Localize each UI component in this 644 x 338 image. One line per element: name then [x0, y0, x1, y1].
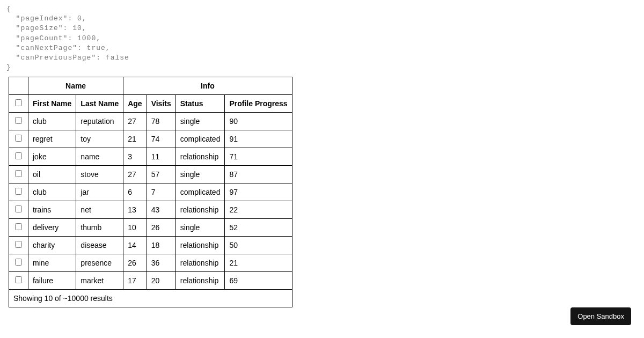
row-checkbox-cell	[9, 201, 28, 219]
header-checkbox-cell	[9, 95, 28, 113]
cell-first-name: club	[28, 113, 76, 130]
cell-first-name: trains	[28, 201, 76, 219]
debug-json-output: { "pageIndex": 0, "pageSize": 10, "pageC…	[0, 0, 644, 77]
cell-status: relationship	[175, 254, 225, 272]
cell-age: 17	[123, 272, 147, 290]
cell-first-name: failure	[28, 272, 76, 290]
cell-last-name: jar	[76, 183, 123, 201]
cell-visits: 26	[147, 219, 175, 237]
cell-age: 27	[123, 166, 147, 183]
header-group-name: Name	[28, 77, 123, 95]
cell-visits: 7	[147, 183, 175, 201]
header-visits[interactable]: Visits	[147, 95, 175, 113]
cell-last-name: toy	[76, 130, 123, 148]
cell-first-name: delivery	[28, 219, 76, 237]
row-checkbox-cell	[9, 148, 28, 166]
table-row: trainsnet1343relationship22	[9, 201, 292, 219]
select-all-checkbox[interactable]	[15, 99, 22, 106]
cell-profile-progress: 91	[225, 130, 292, 148]
row-checkbox[interactable]	[15, 135, 22, 142]
header-first-name[interactable]: First Name	[28, 95, 76, 113]
cell-status: relationship	[175, 148, 225, 166]
cell-age: 3	[123, 148, 147, 166]
cell-last-name: reputation	[76, 113, 123, 130]
row-checkbox-cell	[9, 254, 28, 272]
row-checkbox[interactable]	[15, 152, 22, 159]
cell-profile-progress: 87	[225, 166, 292, 183]
cell-profile-progress: 52	[225, 219, 292, 237]
row-checkbox-cell	[9, 113, 28, 130]
row-checkbox[interactable]	[15, 223, 22, 230]
cell-profile-progress: 69	[225, 272, 292, 290]
cell-profile-progress: 22	[225, 201, 292, 219]
row-checkbox[interactable]	[15, 205, 22, 212]
cell-last-name: presence	[76, 254, 123, 272]
row-checkbox-cell	[9, 237, 28, 254]
cell-visits: 20	[147, 272, 175, 290]
data-table: Name Info First Name Last Name Age Visit…	[9, 77, 292, 307]
table-row: failuremarket1720relationship69	[9, 272, 292, 290]
cell-first-name: oil	[28, 166, 76, 183]
row-checkbox-cell	[9, 166, 28, 183]
cell-visits: 74	[147, 130, 175, 148]
table-row: charitydisease1418relationship50	[9, 237, 292, 254]
cell-visits: 18	[147, 237, 175, 254]
header-last-name[interactable]: Last Name	[76, 95, 123, 113]
cell-age: 14	[123, 237, 147, 254]
cell-visits: 36	[147, 254, 175, 272]
cell-visits: 57	[147, 166, 175, 183]
cell-profile-progress: 97	[225, 183, 292, 201]
cell-status: complicated	[175, 130, 225, 148]
header-status[interactable]: Status	[175, 95, 225, 113]
cell-last-name: market	[76, 272, 123, 290]
cell-first-name: joke	[28, 148, 76, 166]
table-row: deliverythumb1026single52	[9, 219, 292, 237]
cell-profile-progress: 50	[225, 237, 292, 254]
header-age[interactable]: Age	[123, 95, 147, 113]
table-row: regrettoy2174complicated91	[9, 130, 292, 148]
cell-visits: 78	[147, 113, 175, 130]
table-row: clubjar67complicated97	[9, 183, 292, 201]
cell-status: complicated	[175, 183, 225, 201]
cell-first-name: mine	[28, 254, 76, 272]
cell-status: single	[175, 113, 225, 130]
cell-first-name: charity	[28, 237, 76, 254]
row-checkbox-cell	[9, 130, 28, 148]
row-checkbox[interactable]	[15, 117, 22, 124]
cell-status: single	[175, 166, 225, 183]
cell-status: relationship	[175, 237, 225, 254]
cell-status: relationship	[175, 272, 225, 290]
cell-status: single	[175, 219, 225, 237]
cell-status: relationship	[175, 201, 225, 219]
header-group-info: Info	[123, 77, 292, 95]
row-checkbox[interactable]	[15, 170, 22, 177]
row-checkbox[interactable]	[15, 276, 22, 283]
cell-last-name: disease	[76, 237, 123, 254]
cell-age: 21	[123, 130, 147, 148]
cell-first-name: regret	[28, 130, 76, 148]
table-row: clubreputation2778single90	[9, 113, 292, 130]
table-row: jokename311relationship71	[9, 148, 292, 166]
cell-age: 13	[123, 201, 147, 219]
cell-profile-progress: 71	[225, 148, 292, 166]
row-checkbox-cell	[9, 219, 28, 237]
table-row: oilstove2757single87	[9, 166, 292, 183]
table-row: minepresence2636relationship21	[9, 254, 292, 272]
cell-first-name: club	[28, 183, 76, 201]
row-checkbox[interactable]	[15, 259, 22, 266]
header-checkbox-group	[9, 77, 28, 95]
header-profile-progress[interactable]: Profile Progress	[225, 95, 292, 113]
row-checkbox[interactable]	[15, 241, 22, 248]
cell-age: 27	[123, 113, 147, 130]
row-checkbox[interactable]	[15, 188, 22, 195]
cell-last-name: stove	[76, 166, 123, 183]
row-checkbox-cell	[9, 183, 28, 201]
cell-profile-progress: 21	[225, 254, 292, 272]
cell-last-name: net	[76, 201, 123, 219]
cell-age: 26	[123, 254, 147, 272]
row-checkbox-cell	[9, 272, 28, 290]
cell-last-name: thumb	[76, 219, 123, 237]
cell-age: 6	[123, 183, 147, 201]
cell-age: 10	[123, 219, 147, 237]
cell-visits: 43	[147, 201, 175, 219]
